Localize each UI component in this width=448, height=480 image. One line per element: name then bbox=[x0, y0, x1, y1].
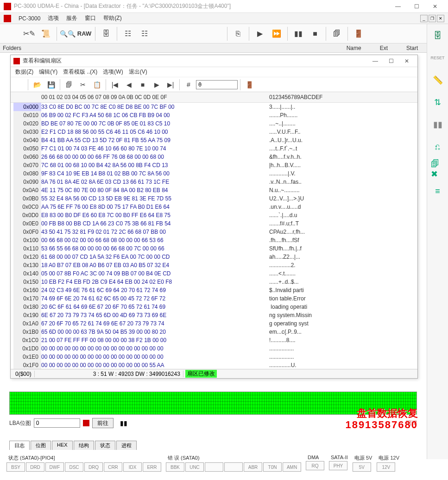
open-icon[interactable]: 📂 bbox=[31, 78, 44, 91]
hex-row[interactable]: 0x1F000 00 00 00 00 00 00 00 00 00 00 00… bbox=[11, 361, 417, 369]
tools-icon[interactable]: ✂✎ bbox=[21, 26, 37, 42]
hex-row[interactable]: 0x01006 B9 00 02 FC F3 A4 50 68 1C 06 CB… bbox=[11, 111, 417, 119]
hex-row[interactable]: 0x18020 6C 6F 61 64 69 6E 67 20 6F 70 65… bbox=[11, 303, 417, 311]
hex-row[interactable]: 0x0809F 83 C4 10 9E EB 14 B8 01 02 BB 00… bbox=[11, 169, 417, 178]
exit-icon[interactable]: 🚪 bbox=[243, 78, 256, 91]
hex-row[interactable]: 0x14005 00 07 8B F0 AC 3C 00 74 09 BB 07… bbox=[11, 269, 417, 278]
tab-structure[interactable]: 结构 bbox=[74, 441, 94, 450]
inner-minimize-button[interactable]: — bbox=[367, 56, 383, 67]
binoculars-icon[interactable]: 🔍🔍 bbox=[60, 26, 76, 42]
copy-icon[interactable]: 🗐 bbox=[329, 26, 345, 42]
script-icon[interactable]: 📜 bbox=[38, 26, 54, 42]
first-icon[interactable]: |◀ bbox=[108, 78, 121, 91]
copy-icon[interactable]: 🗐 bbox=[63, 78, 76, 91]
inner-maximize-button[interactable]: ☐ bbox=[383, 56, 399, 67]
blank-icon[interactable] bbox=[13, 78, 25, 91]
hex-row[interactable]: 0x0B055 32 E4 8A 56 00 CD 13 5D EB 9E 81… bbox=[11, 194, 417, 203]
tab-bitmap[interactable]: 位图 bbox=[31, 441, 51, 450]
reset-icon[interactable]: RESET bbox=[431, 51, 445, 65]
go-button[interactable]: 前往 bbox=[92, 418, 114, 428]
hex-row[interactable]: 0x0F043 50 41 75 32 81 F9 02 01 72 2C 66… bbox=[11, 228, 417, 236]
hex-row[interactable]: 0x050F7 C1 01 00 74 03 FE 46 10 66 60 80… bbox=[11, 144, 417, 153]
position-input[interactable] bbox=[196, 80, 238, 89]
col-name[interactable]: Name bbox=[347, 45, 361, 51]
col-ext[interactable]: Ext bbox=[380, 45, 388, 51]
stop-icon[interactable]: ■ bbox=[307, 26, 323, 42]
menu-options[interactable]: 选项(W) bbox=[100, 67, 126, 77]
ruler-icon[interactable]: 📏 bbox=[431, 73, 445, 87]
menu-exit[interactable]: 退出(V) bbox=[126, 67, 150, 77]
menu-app[interactable]: PC-3000 bbox=[15, 14, 44, 23]
play-icon[interactable]: ▶ bbox=[252, 26, 268, 42]
cancel-copy-icon[interactable]: 🗐✖ bbox=[431, 162, 445, 176]
close-button[interactable]: ✕ bbox=[426, 0, 444, 13]
mdi-restore-button[interactable]: ❐ bbox=[429, 15, 436, 22]
menu-service[interactable]: 服务 bbox=[63, 13, 81, 23]
export-icon[interactable]: ⎘ bbox=[230, 26, 246, 42]
hex-row[interactable]: 0x020BD BE 07 80 7E 00 00 7C 0B 0F 85 0E… bbox=[11, 119, 417, 128]
save-icon[interactable]: 💾 bbox=[44, 78, 57, 91]
paste-icon[interactable]: 📋 bbox=[90, 78, 103, 91]
flow-icon[interactable]: ⎌ bbox=[431, 140, 445, 154]
hex-row[interactable]: 0x13018 A0 B7 07 EB 08 A0 B6 07 EB 03 A0… bbox=[11, 261, 417, 269]
menu-view-template[interactable]: 查看模版 ..(X) bbox=[60, 67, 100, 77]
raw-button[interactable]: RAW bbox=[76, 26, 92, 42]
next-icon[interactable]: ▶ bbox=[150, 78, 163, 91]
hex-row[interactable]: 0x10000 66 68 00 02 00 00 66 68 08 00 00… bbox=[11, 236, 417, 244]
hex-row[interactable]: 0x0D0E8 83 00 B0 DF E6 60 E8 7C 00 B0 FF… bbox=[11, 211, 417, 219]
menu-window[interactable]: 窗口 bbox=[81, 13, 100, 23]
hex-row[interactable]: 0x06026 66 68 00 00 00 00 66 FF 76 08 68… bbox=[11, 153, 417, 161]
hex-row[interactable]: 0x0707C 68 01 00 68 10 00 B4 42 8A 56 00… bbox=[11, 161, 417, 169]
hex-row[interactable]: 0x0C0AA 75 6E FF 76 00 E8 8D 00 75 17 FA… bbox=[11, 203, 417, 211]
tree2-icon[interactable]: ☷ bbox=[137, 26, 152, 42]
tab-process[interactable]: 进程 bbox=[116, 441, 137, 450]
prev-icon[interactable]: ◀ bbox=[122, 78, 135, 91]
hex-row[interactable]: 0x1906E 67 20 73 79 73 74 65 6D 00 4D 69… bbox=[11, 311, 417, 319]
sector-map[interactable] bbox=[9, 392, 417, 415]
hex-row[interactable]: 0x0908A 76 01 8A 4E 02 8A 6E 03 CD 13 66… bbox=[11, 178, 417, 186]
grid-icon[interactable]: # bbox=[182, 78, 195, 91]
maximize-button[interactable]: ☐ bbox=[407, 0, 426, 13]
hex-row[interactable]: 0x0A04E 11 75 0C 80 7E 00 80 0F 84 8A 00… bbox=[11, 186, 417, 194]
hex-row[interactable]: 0x1B065 6D 00 00 00 63 7B 9A 50 04 B5 39… bbox=[11, 328, 417, 336]
hex-row[interactable]: 0x1A067 20 6F 70 65 72 61 74 69 6E 67 20… bbox=[11, 319, 417, 328]
slider-icon[interactable]: ⇅ bbox=[431, 95, 445, 109]
hex-row[interactable]: 0x11053 66 55 66 68 00 00 00 00 66 68 00… bbox=[11, 244, 417, 253]
hex-editor[interactable]: 00 01 02 03 04 05 06 07 08 09 0A 0B 0C 0… bbox=[11, 92, 417, 369]
inner-close-button[interactable]: ✕ bbox=[399, 56, 415, 67]
col-start[interactable]: Start bbox=[406, 45, 418, 51]
tab-hex[interactable]: HEX bbox=[52, 441, 73, 450]
hex-row[interactable]: 0x15010 EB F2 F4 EB FD 2B C9 E4 64 EB 00… bbox=[11, 278, 417, 286]
fastfwd-icon[interactable]: ⏩ bbox=[269, 26, 284, 42]
callback-label[interactable]: 回调 bbox=[406, 419, 417, 427]
menu-help[interactable]: 帮助(Z) bbox=[100, 13, 125, 23]
mdi-minimize-button[interactable]: _ bbox=[420, 15, 428, 22]
last-icon[interactable]: ▶| bbox=[164, 78, 177, 91]
hex-row[interactable]: 0x00033 C0 8E D0 BC 00 7C 8E C0 8E D8 BE… bbox=[11, 103, 417, 111]
hex-row[interactable]: 0x12061 68 00 00 07 CD 1A 5A 32 F6 EA 00… bbox=[11, 253, 417, 261]
menu-options[interactable]: 选项 bbox=[44, 13, 63, 23]
drive-refresh-icon[interactable]: 🗄 bbox=[431, 29, 445, 43]
menu-data[interactable]: 数据(Z) bbox=[13, 67, 36, 77]
stop-icon[interactable]: ■ bbox=[136, 78, 149, 91]
tab-state[interactable]: 状态 bbox=[95, 441, 115, 450]
hex-row[interactable]: 0x0E000 FB B8 00 BB CD 1A 66 23 C0 75 3B… bbox=[11, 219, 417, 228]
minimize-button[interactable]: — bbox=[389, 0, 407, 13]
pause-icon[interactable]: ▮▮ bbox=[120, 419, 127, 427]
tree1-icon[interactable]: ☷ bbox=[120, 26, 136, 42]
tab-log[interactable]: 日志 bbox=[9, 441, 30, 450]
hex-row[interactable]: 0x040B4 41 BB AA 55 CD 13 5D 72 0F 81 FB… bbox=[11, 136, 417, 144]
cut-icon[interactable]: ✂ bbox=[76, 78, 89, 91]
hex-row[interactable]: 0x030E2 F1 CD 18 88 56 00 55 C6 46 11 05… bbox=[11, 128, 417, 136]
hex-row[interactable]: 0x1D000 00 00 00 00 00 00 00 00 00 00 00… bbox=[11, 344, 417, 353]
pause-icon[interactable]: ▮▮ bbox=[431, 118, 445, 131]
record-icon[interactable] bbox=[83, 420, 89, 426]
lba-input[interactable] bbox=[34, 418, 80, 428]
hex-row[interactable]: 0x16024 02 C3 49 6E 76 61 6C 69 64 20 70… bbox=[11, 286, 417, 294]
hex-row[interactable]: 0x1C021 00 07 FE FF FF 00 08 00 00 00 38… bbox=[11, 336, 417, 344]
disk-icon[interactable]: 🗄 bbox=[98, 26, 114, 42]
exit-icon[interactable]: 🚪 bbox=[351, 26, 366, 42]
mdi-close-button[interactable]: ✕ bbox=[437, 15, 444, 22]
align-icon[interactable]: ≡ bbox=[431, 184, 445, 198]
menu-edit[interactable]: 编辑(Y) bbox=[36, 67, 60, 77]
